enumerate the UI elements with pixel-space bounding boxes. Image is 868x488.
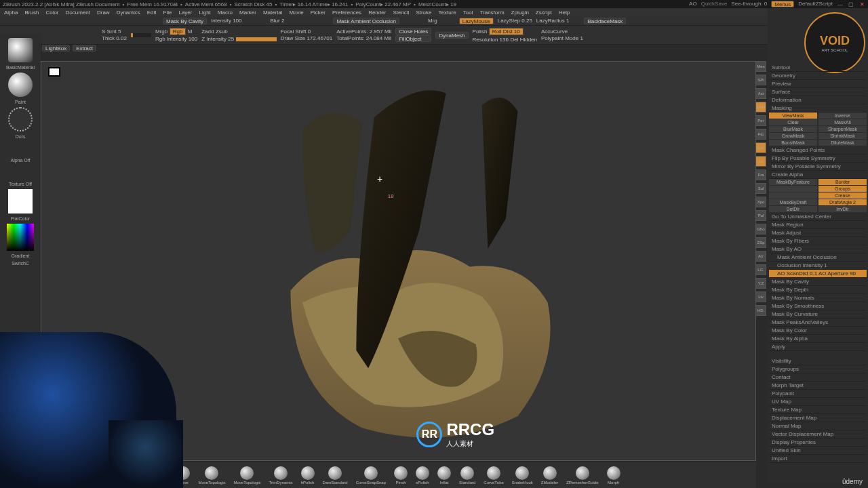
panel-uv-map[interactable]: UV Map (769, 398, 867, 406)
shelf-zsphere[interactable]: ZSp (755, 237, 766, 248)
brush-spolish[interactable]: sPolish (416, 466, 429, 485)
panel-btn-maskbydraft[interactable]: MaskByDraft (769, 199, 817, 205)
panel-mask-by-alpha[interactable]: Mask By Alpha (769, 335, 867, 343)
panel-polypaint[interactable]: Polypaint (769, 390, 867, 398)
shelf-livebox[interactable]: Liv (755, 156, 766, 167)
brush-pinch[interactable]: Pinch (394, 466, 408, 485)
menu-help[interactable]: Help (559, 9, 570, 16)
color-picker[interactable] (7, 224, 34, 251)
menu-tool[interactable]: Tool (463, 9, 473, 16)
thick-slider[interactable] (131, 33, 151, 37)
menu-alpha[interactable]: Alpha (4, 9, 18, 16)
panel-create-alpha[interactable]: Create Alpha (769, 171, 867, 179)
mask-by-cavity[interactable]: Mask By Cavity (163, 18, 207, 24)
panel-btn-dilutemask[interactable]: DiluteMask (818, 140, 867, 146)
shelf-solo[interactable]: Sol (755, 183, 766, 194)
accucurve[interactable]: AccuCurve (541, 28, 583, 35)
close-holes[interactable]: Close Holes (395, 28, 431, 35)
mask-ambient-occlusion[interactable]: Mask Ambient Occlusion (333, 18, 399, 24)
panel-btn-boostmask[interactable]: BoostMask (769, 140, 817, 146)
lazystep[interactable]: LazyStep 0.25 (498, 18, 532, 24)
texture-off-label[interactable]: Texture Off (9, 182, 32, 186)
panel-mask-by-depth[interactable]: Mask By Depth (769, 286, 867, 294)
thumbnail-icon[interactable] (48, 67, 60, 77)
panel-mask-by-smoothness[interactable]: Mask By Smoothness (769, 302, 867, 310)
shelf-polyfrm[interactable]: Pol (755, 210, 766, 221)
panel-mask-ambient-occlusion[interactable]: Mask Ambient Occlusion (769, 253, 867, 262)
shelf-lc-e[interactable]: LC. (755, 264, 766, 275)
material-preview[interactable] (8, 38, 33, 62)
polypaint-mode[interactable]: Polypaint Mode 1 (541, 35, 583, 41)
lightbox-btn[interactable]: LightBox (42, 45, 70, 52)
menu-marker[interactable]: Marker (239, 9, 256, 16)
minimize-icon[interactable]: — (837, 1, 844, 7)
menu-zscript[interactable]: Zscript (536, 9, 552, 16)
shelf-mesh[interactable]: Mes (755, 61, 766, 72)
brush-snakehook[interactable]: SnakeHook (512, 466, 533, 485)
mrgb[interactable]: Mrgb (155, 28, 167, 35)
rgb-intensity[interactable]: Rgb Intensity 100 (155, 36, 197, 42)
maximize-icon[interactable]: ▢ (848, 1, 854, 7)
menu-movie[interactable]: Movie (289, 9, 303, 16)
panel-texture-map[interactable]: Texture Map (769, 406, 867, 414)
shelf-xpose[interactable]: Xpo (755, 197, 766, 207)
menu-edit[interactable]: Edit (147, 9, 157, 16)
panel-btn-shrinkmask[interactable]: ShrinkMask (818, 133, 867, 139)
backfacemask[interactable]: BackfaceMask (584, 18, 626, 24)
menu-light[interactable]: Light (199, 9, 210, 16)
close-icon[interactable]: ✕ (859, 1, 865, 7)
fill-object[interactable]: FillObject (395, 35, 431, 42)
lazymouse-btn[interactable]: LazyMouse (459, 18, 494, 24)
panel-unified-skin[interactable]: Unified Skin (769, 447, 867, 455)
brush-damstandard[interactable]: DamStandard (323, 466, 348, 485)
panel-morph-target[interactable]: Morph Target (769, 382, 867, 390)
panel-import[interactable]: Import (769, 455, 867, 463)
panel-geometry[interactable]: Geometry (769, 72, 867, 80)
ssmt[interactable]: S Smt 5 (102, 28, 127, 35)
shelf-ghost[interactable]: Gho (755, 224, 766, 235)
menu-dynamics[interactable]: Dynamics (117, 9, 140, 16)
brush-inflat[interactable]: Inflat (437, 466, 451, 485)
shelf-floor[interactable]: Flo (755, 129, 766, 140)
panel-contact[interactable]: Contact (769, 373, 867, 382)
lazyradius[interactable]: LazyRadius 1 (536, 18, 569, 24)
panel-displacement-map[interactable]: Displacement Map (769, 414, 867, 422)
shelf-liveprm[interactable]: Liv (755, 291, 766, 302)
default-zscript[interactable]: DefaultZScript (798, 1, 833, 7)
panel-occlusion-intensity-1[interactable]: Occlusion Intensity 1 (769, 262, 867, 270)
alpha-off-label[interactable]: Alpha Off (10, 158, 30, 163)
brush-standard[interactable]: Standard (459, 466, 475, 485)
panel-display-properties[interactable]: Display Properties (769, 439, 867, 447)
texture-swatch[interactable] (8, 189, 33, 214)
panel-mask-by-cavity[interactable]: Mask By Cavity (769, 278, 867, 286)
menu-picker[interactable]: Picker (311, 9, 326, 16)
panel-vector-displacement-map[interactable]: Vector Displacement Map (769, 430, 867, 439)
panel-btn-viewmask[interactable]: ViewMask (769, 113, 817, 119)
shelf-frame[interactable]: Fra (755, 169, 766, 180)
menu-preferences[interactable]: Preferences (332, 9, 361, 16)
panel-ao-scandist-0-1-ao-aperture-90[interactable]: AO ScanDist 0.1 AO Aperture 90 (769, 270, 867, 278)
menu-layer[interactable]: Layer (178, 9, 192, 16)
brush-trimdynamic[interactable]: TrimDynamic (269, 466, 293, 485)
menu-macro[interactable]: Macro (218, 9, 233, 16)
panel-btn-groups[interactable]: Groups (818, 186, 867, 192)
brush-hpolish[interactable]: hPolish (301, 466, 315, 485)
seethrough[interactable]: See-through: 0 (731, 1, 767, 7)
gradient-label[interactable]: Gradient (12, 253, 30, 258)
focal-shift[interactable]: Focal Shift 0 (281, 28, 333, 35)
panel-btn-blurmask[interactable]: BlurMask (769, 126, 817, 132)
panel-btn-maskbyfeature[interactable]: MaskByFeature (769, 179, 817, 185)
panel-btn-maskall[interactable]: MaskAll (818, 119, 867, 125)
shelf-y-z[interactable]: Y.Z (755, 278, 766, 289)
zsub[interactable]: Zsub (216, 28, 228, 35)
panel-apply[interactable]: Apply (769, 343, 867, 351)
panel-btn-invdir[interactable]: InvDir (818, 206, 867, 212)
panel-btn-crease[interactable]: Crease (818, 192, 867, 199)
panel-flip-by-posable-symmetry[interactable]: Flip By Posable Symmetry (769, 155, 867, 163)
quicksave-btn[interactable]: QuickSave (701, 1, 728, 7)
panel-visibility[interactable]: Visibility (769, 357, 867, 365)
menu-material[interactable]: Material (263, 9, 282, 16)
panel-btn-[interactable] (769, 186, 817, 192)
panel-mask-by-curvature[interactable]: Mask By Curvature (769, 310, 867, 319)
panel-btn-clear[interactable]: Clear (769, 119, 817, 125)
